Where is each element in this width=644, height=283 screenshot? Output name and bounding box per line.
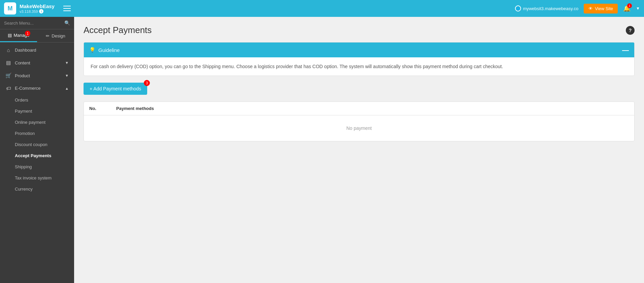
manage-grid-icon: ▤	[8, 33, 12, 38]
logo-area: M MakeWebEasy v3.118.359 i	[4, 2, 71, 15]
sidebar-item-currency[interactable]: Currency	[0, 183, 74, 195]
hamburger-menu[interactable]	[63, 4, 71, 13]
product-chevron-icon: ▼	[65, 74, 69, 78]
website-link[interactable]: 🌐 mywebsit3.makewebeasy.co	[515, 5, 579, 11]
app-name: MakeWebEasy	[20, 3, 55, 9]
guideline-collapse-button[interactable]: —	[622, 47, 629, 53]
content-icon: ▤	[5, 60, 11, 66]
logo-icon: M	[4, 2, 16, 15]
notification-bell[interactable]: 🔔 1	[623, 5, 631, 12]
page-title-row: Accept Payments ?	[84, 25, 635, 35]
search-menu-container: 🔍	[0, 17, 74, 29]
col-header-method: Payment methods	[116, 106, 629, 111]
tab-manage[interactable]: ▤ Manage 1	[0, 29, 37, 42]
user-dropdown-arrow[interactable]: ▼	[636, 6, 640, 11]
header-right: 🌐 mywebsit3.makewebeasy.co 👁 View Site 🔔…	[515, 4, 640, 13]
globe-icon: 🌐	[515, 5, 521, 11]
sidebar-item-content[interactable]: ▤ Content ▼	[0, 56, 74, 69]
main-content: Accept Payments ? 💡 Guideline — For cash…	[74, 17, 644, 283]
sidebar-item-discount-coupon[interactable]: Discount coupon	[0, 139, 74, 150]
logo-text: MakeWebEasy v3.118.359 i	[20, 3, 55, 13]
sidebar-item-shipping[interactable]: Shipping	[0, 161, 74, 172]
table-header: No. Payment methods	[84, 102, 634, 115]
design-pencil-icon: ✏	[46, 33, 50, 38]
guideline-title-area: 💡 Guideline	[89, 47, 120, 53]
top-header: M MakeWebEasy v3.118.359 i 🌐 mywebsit3.m…	[0, 0, 644, 17]
tab-design[interactable]: ✏ Design	[37, 29, 74, 42]
manage-badge: 1	[25, 31, 30, 36]
guideline-text: For cash on delivery (COD) option, you c…	[91, 64, 503, 69]
view-site-button[interactable]: 👁 View Site	[584, 4, 618, 13]
info-icon: i	[39, 9, 43, 13]
notification-badge: 1	[627, 3, 632, 8]
add-payment-method-button[interactable]: + Add Payment methods 3	[84, 83, 147, 95]
guideline-body: For cash on delivery (COD) option, you c…	[84, 57, 634, 76]
guideline-header: 💡 Guideline —	[84, 43, 634, 57]
app-version: v3.118.359 i	[20, 9, 55, 13]
search-menu-input[interactable]	[4, 21, 64, 26]
page-title: Accept Payments	[84, 25, 152, 35]
help-button[interactable]: ?	[626, 26, 635, 35]
ecommerce-chevron-icon: ▲	[65, 86, 69, 90]
sidebar-nav: ⌂ Dashboard ▤ Content ▼ 🛒 Product ▼ 🏷	[0, 43, 74, 196]
website-url: mywebsit3.makewebeasy.co	[523, 6, 579, 11]
main-layout: 🔍 ▤ Manage 1 ✏ Design ⌂ Dashboard ▤ Cont…	[0, 17, 644, 283]
guideline-box: 💡 Guideline — For cash on delivery (COD)…	[84, 42, 635, 76]
bulb-icon: 💡	[89, 47, 96, 53]
dashboard-icon: ⌂	[5, 47, 11, 53]
sidebar-item-accept-payments[interactable]: Accept Payments	[0, 150, 74, 161]
col-header-no: No.	[89, 106, 116, 111]
payment-table: No. Payment methods No payment	[84, 102, 635, 141]
content-chevron-icon: ▼	[65, 61, 69, 65]
no-payment-text: No payment	[346, 125, 372, 131]
sidebar-item-payment[interactable]: Payment	[0, 106, 74, 117]
search-icon: 🔍	[64, 20, 70, 26]
sidebar-item-online-payment[interactable]: Online payment	[0, 117, 74, 128]
sidebar-item-ecommerce[interactable]: 🏷 E-Commerce ▲	[0, 82, 74, 94]
product-icon: 🛒	[5, 73, 11, 79]
eye-icon: 👁	[588, 6, 593, 11]
sidebar: 🔍 ▤ Manage 1 ✏ Design ⌂ Dashboard ▤ Cont…	[0, 17, 74, 283]
sidebar-item-dashboard[interactable]: ⌂ Dashboard	[0, 44, 74, 56]
sidebar-item-tax-invoice[interactable]: Tax invoice system	[0, 172, 74, 183]
table-empty-state: No payment	[84, 115, 634, 141]
guideline-title: Guideline	[98, 47, 120, 53]
sidebar-item-promotion[interactable]: Promotion	[0, 128, 74, 139]
add-button-badge: 3	[144, 80, 150, 86]
ecommerce-icon: 🏷	[5, 85, 11, 91]
sidebar-item-product[interactable]: 🛒 Product ▼	[0, 69, 74, 82]
ecommerce-submenu: Orders Payment Online payment Promotion …	[0, 94, 74, 195]
sidebar-item-orders[interactable]: Orders	[0, 94, 74, 106]
manage-design-tabs: ▤ Manage 1 ✏ Design	[0, 29, 74, 43]
